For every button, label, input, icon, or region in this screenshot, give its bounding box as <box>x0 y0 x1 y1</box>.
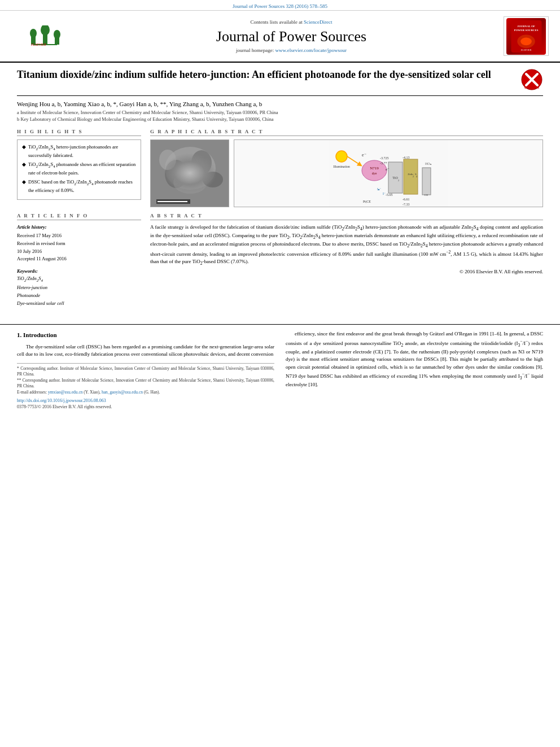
body-col-right: efficiency, since the first endeavor and… <box>286 330 543 410</box>
elsevier-logo: ELSEVIER <box>20 21 71 52</box>
svg-point-22 <box>173 171 207 194</box>
article-info-section: A R T I C L E I N F O Article history: R… <box>17 213 141 307</box>
bullet-icon-3: ◆ <box>22 178 26 186</box>
intro-paragraph-1: The dye-sensitized solar cell (DSSC) has… <box>17 343 274 359</box>
accepted-date: Accepted 11 August 2016 <box>17 255 141 263</box>
copyright-abstract: © 2016 Elsevier B.V. All rights reserved… <box>150 269 543 274</box>
footnotes: * Corresponding author. Institute of Mol… <box>17 363 274 410</box>
svg-text:2: 2 <box>413 175 414 178</box>
journal-homepage: journal homepage: www.elsevier.com/locat… <box>79 47 504 53</box>
energy-diagram-image: Illumination N719 dye -3.725 -3.77 <box>234 139 543 207</box>
graphical-abstract-header: G R A P H I C A L A B S T R A C T <box>150 129 543 136</box>
svg-text:Illumination: Illumination <box>333 165 350 168</box>
svg-text:POWER SOURCES: POWER SOURCES <box>514 28 538 31</box>
intro-section-title: 1. Introduction <box>17 330 274 340</box>
svg-text:ELSEVIER: ELSEVIER <box>30 43 46 46</box>
crossmark-icon: CrossMark <box>520 68 543 91</box>
svg-rect-44 <box>422 168 431 195</box>
sciencedirect-link[interactable]: ScienceDirect <box>304 19 332 25</box>
svg-point-24 <box>203 172 223 187</box>
received-revised-label: Received in revised form <box>17 240 141 248</box>
svg-point-1 <box>30 29 37 38</box>
svg-text:N719: N719 <box>370 166 379 171</box>
svg-text:CrossMark: CrossMark <box>524 86 539 89</box>
article-info-header: A R T I C L E I N F O <box>17 213 141 220</box>
article-info: Article history: Received 17 May 2016 Re… <box>17 224 141 307</box>
svg-text:4: 4 <box>416 175 417 178</box>
svg-point-12 <box>520 37 532 45</box>
highlight-text-3: DSSC based on the TiO2/ZnIn2S4 photoanod… <box>28 178 136 194</box>
keywords-section: Keywords: TiO2/ZnIn2S4 Hetero-junction P… <box>17 268 141 307</box>
sem-image <box>150 139 229 207</box>
svg-text:e⁻: e⁻ <box>362 152 366 158</box>
graphical-abstract-section: G R A P H I C A L A B S T R A C T <box>150 129 543 207</box>
keyword-2: Hetero-junction <box>17 284 141 292</box>
crossmark-badge: CrossMark <box>520 68 543 91</box>
svg-point-23 <box>159 150 176 170</box>
paper-title: Titanium dioxide/zinc indium sulfide het… <box>17 68 515 81</box>
svg-text:2: 2 <box>398 179 399 182</box>
elsevier-tree-icon: ELSEVIER <box>28 25 62 47</box>
graphical-abstract: Illumination N719 dye -3.725 -3.77 <box>150 139 543 207</box>
highlights-graphical-section: H I G H L I G H T S ◆ TiO2/ZnIn2S4 heter… <box>17 129 543 207</box>
article-info-abstract-section: A R T I C L E I N F O Article history: R… <box>17 213 543 307</box>
keyword-1: TiO2/ZnIn2S4 <box>17 275 141 284</box>
affiliations: a Institute of Molecular Science, Innova… <box>17 110 543 123</box>
journal-badge-graphic: JOURNAL OF POWER SOURCES ELSEVIER <box>506 18 546 55</box>
svg-text:I⁻: I⁻ <box>383 192 386 195</box>
page-header: ELSEVIER Contents lists available at Sci… <box>0 11 560 63</box>
svg-point-20 <box>165 160 187 188</box>
svg-text:JOURNAL OF: JOURNAL OF <box>517 24 535 27</box>
svg-text:ELSEVIER: ELSEVIER <box>520 49 531 51</box>
svg-text:-4.13: -4.13 <box>403 156 410 159</box>
homepage-link[interactable]: www.elsevier.com/locate/jpowsour <box>275 47 347 53</box>
body-divider <box>0 324 560 325</box>
svg-text:-3.77: -3.77 <box>380 161 387 165</box>
power-sources-badge-icon: JOURNAL OF POWER SOURCES ELSEVIER <box>511 20 542 53</box>
keywords-label: Keywords: <box>17 268 141 276</box>
svg-text:e⁻: e⁻ <box>386 167 390 172</box>
affiliation-a: a Institute of Molecular Science, Innova… <box>17 110 543 116</box>
svg-text:TiO: TiO <box>392 176 398 180</box>
email-link-1[interactable]: ymxiao@sxu.edu.cn <box>48 390 82 395</box>
revised-date: 10 July 2016 <box>17 248 141 256</box>
page-container: Journal of Power Sources 328 (2016) 578–… <box>0 0 560 410</box>
abstract-section: A B S T R A C T A facile strategy is dev… <box>150 213 543 307</box>
highlight-item-2: ◆ TiO2/ZnIn2S4 photoanode shows an effic… <box>22 161 136 177</box>
svg-text:-6.61: -6.61 <box>403 198 410 201</box>
svg-text:Pt|CE: Pt|CE <box>363 200 371 203</box>
bullet-icon-2: ◆ <box>22 161 26 168</box>
abstract-text: A facile strategy is developed for the f… <box>150 224 543 267</box>
abstract-header: A B S T R A C T <box>150 213 543 220</box>
highlights-header: H I G H L I G H T S <box>17 129 141 136</box>
journal-citation: Journal of Power Sources 328 (2016) 578–… <box>233 3 327 9</box>
elsevier-logo-section: ELSEVIER <box>11 21 79 52</box>
highlights-box: ◆ TiO2/ZnIn2S4 hetero-junction photoanod… <box>17 139 141 200</box>
svg-point-5 <box>54 30 60 39</box>
svg-text:I₃⁻: I₃⁻ <box>377 187 381 191</box>
svg-point-28 <box>336 151 347 162</box>
svg-text:-3.725: -3.725 <box>380 156 389 160</box>
sem-image-graphic <box>151 140 229 207</box>
body-text: 1. Introduction The dye-sensitized solar… <box>0 330 560 410</box>
energy-diagram-icon: Illumination N719 dye -3.725 -3.77 <box>329 139 448 207</box>
footnote-email: E-mail addresses: ymxiao@sxu.edu.cn (Y. … <box>17 390 274 396</box>
article-history-label: Article history: <box>17 224 141 231</box>
top-bar: Journal of Power Sources 328 (2016) 578–… <box>0 0 560 11</box>
doi-line: http://dx.doi.org/10.1016/j.jpowsour.201… <box>17 397 274 404</box>
highlight-item-1: ◆ TiO2/ZnIn2S4 hetero-junction photoanod… <box>22 143 136 159</box>
svg-point-21 <box>191 150 212 175</box>
journal-badge: JOURNAL OF POWER SOURCES ELSEVIER <box>504 16 549 56</box>
svg-text:HO₂: HO₂ <box>425 162 432 165</box>
svg-text:dye: dye <box>372 172 377 175</box>
affiliation-b: b Key Laboratory of Chemical Biology and… <box>17 116 543 123</box>
doi-link[interactable]: http://dx.doi.org/10.1016/j.jpowsour.201… <box>17 398 106 403</box>
svg-text:-7.33: -7.33 <box>403 203 410 206</box>
title-section: Titanium dioxide/zinc indium sulfide het… <box>17 68 543 96</box>
email-link-2[interactable]: han_gaoyis@sxu.edu.cn <box>102 390 143 395</box>
received-date: Received 17 May 2016 <box>17 232 141 240</box>
body-col-left: 1. Introduction The dye-sensitized solar… <box>17 330 274 410</box>
paper-content: Titanium dioxide/zinc indium sulfide het… <box>0 63 560 318</box>
intro-paragraph-2: efficiency, since the first endeavor and… <box>286 330 543 389</box>
highlight-text-1: TiO2/ZnIn2S4 hetero-junction photoanodes… <box>28 143 136 159</box>
